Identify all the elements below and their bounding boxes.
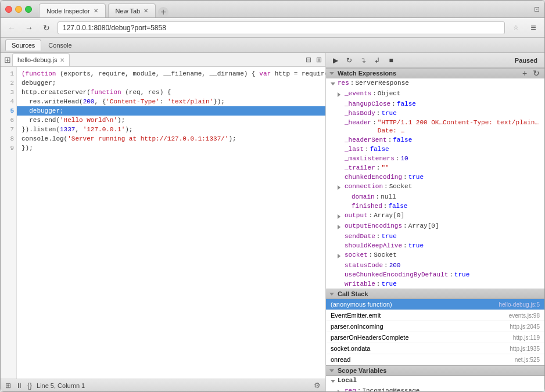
watch-item-maxlisteners: _maxListeners : 10 [326,154,544,163]
browser-frame: Node Inspector ✕ New Tab ✕ + ⊡ ← → ↻ 127… [0,0,545,392]
watch-item-trailer: _trailer : "" [326,163,544,172]
minimize-button[interactable] [15,6,22,13]
watch-item-last: _last : false [326,145,544,154]
close-button[interactable] [5,6,12,13]
scope-req[interactable]: req : IncomingMessage [326,386,544,391]
maximize-button[interactable] [25,6,32,13]
file-tab-label: hello-debug.js [17,56,58,63]
code-line-2: debugger; [17,78,325,88]
right-panel: ▶ ↻ ↴ ↲ ■ Paused Watch Expressions [326,53,544,391]
paused-status: Paused [515,57,541,64]
cs-item-2[interactable]: parser.onIncoming http.js:2045 [326,321,544,332]
line-num-1: 1 [1,69,16,78]
step-out-button[interactable]: ↲ [371,55,383,66]
scope-content: Local req : IncomingMessage res [326,376,544,391]
status-position: Line 5, Column 1 [37,382,85,389]
tab-console[interactable]: Console [42,40,77,51]
watch-actions: + ↻ [520,69,541,78]
code-line-8: console.log('Server running at http://12… [17,134,325,143]
settings-icon[interactable]: ⚙ [314,381,321,390]
code-line-1: (function (exports, require, module, __f… [17,69,325,78]
line-numbers: 1 2 3 4 5 6 7 8 9 [1,67,17,379]
rp-toolbar: ▶ ↻ ↴ ↲ ■ Paused [326,53,544,68]
title-bar: Node Inspector ✕ New Tab ✕ + ⊡ [1,1,544,18]
cs-item-5[interactable]: onread net.js:525 [326,354,544,365]
watch-item-connection[interactable]: connection : Socket [326,182,544,192]
watch-content: res : ServerResponse _events : Object [326,78,544,289]
watch-item-socket[interactable]: socket : Socket [326,250,544,261]
watch-item-writable: writable : true [326,279,544,289]
fp-ctrl-icon2[interactable]: ⊞ [315,55,323,65]
devtools-tabs: Sources Console [1,38,544,53]
bookmark-icon[interactable]: ☆ [510,21,522,34]
call-stack-title: Call Stack [338,290,368,297]
devtools-main: ⊞ hello-debug.js ✕ ⊟ ⊞ 1 2 3 [1,53,544,391]
deactivate-button[interactable]: ■ [385,55,397,66]
cs-item-3[interactable]: parserOnHeadersComplete http.js:119 [326,332,544,343]
watch-item-res[interactable]: res : ServerResponse [326,78,544,89]
line-num-7: 7 [1,125,16,134]
status-bar: ⊞ ⏸ {} Line 5, Column 1 ⚙ [1,379,325,391]
cs-file-1: events.js:98 [509,312,540,319]
code-area[interactable]: 1 2 3 4 5 6 7 8 9 (function (exports, re… [1,67,325,379]
braces-icon[interactable]: {} [27,382,32,390]
code-line-9: }); [17,143,325,153]
breakpoints-icon[interactable]: ⊞ [5,382,11,390]
code-line-6: res.end('Hello World\n'); [17,116,325,125]
watch-item-hasbody: _hasBody : true [326,109,544,118]
watch-item-headersent: _headerSent : false [326,135,544,145]
watch-item-events[interactable]: _events : Object [326,89,544,99]
callstack-content: (anonymous function) hello-debug.js:5 Ev… [326,299,544,365]
res-toggle[interactable] [331,79,338,88]
step-over-button[interactable]: ↻ [343,55,355,66]
scope-variables-header[interactable]: Scope Variables [326,365,544,376]
watch-expressions-header[interactable]: Watch Expressions + ↻ [326,68,544,78]
forward-button[interactable]: → [23,21,35,34]
cs-fn-0: (anonymous function) [331,301,499,308]
tab-sources[interactable]: Sources [5,39,41,51]
browser-tab-inspector[interactable]: Node Inspector ✕ [39,3,106,17]
watch-refresh-button[interactable]: ↻ [532,69,541,78]
cs-file-0: hello-debug.js:5 [499,301,540,308]
browser-tab-newtab[interactable]: New Tab ✕ [108,3,156,17]
code-line-5: debugger; [17,106,325,116]
file-panel-icon[interactable]: ⊞ [3,55,12,64]
right-panel-content[interactable]: Watch Expressions + ↻ res : [326,68,544,391]
watch-add-button[interactable]: + [520,69,529,78]
watch-item-statuscode: statusCode : 200 [326,261,544,270]
cs-item-1[interactable]: EventEmitter.emit events.js:98 [326,310,544,321]
fp-ctrl-icon1[interactable]: ⊟ [304,55,313,65]
url-bar[interactable]: 127.0.0.1:8080/debug?port=5858 [58,21,505,34]
cs-fn-4: socket.ondata [331,345,510,352]
file-tab-close-icon[interactable]: ✕ [60,57,64,63]
call-stack-header[interactable]: Call Stack [326,289,544,299]
watch-item-header: _header : "HTTP/1.1 200 OK…Content-Type:… [326,118,544,135]
events-toggle[interactable] [338,89,345,99]
refresh-button[interactable]: ↻ [40,21,53,34]
watch-item-output[interactable]: output : Array[0] [326,211,544,221]
back-button[interactable]: ← [5,21,18,34]
menu-icon[interactable]: ≡ [527,21,540,34]
line-num-2: 2 [1,78,16,88]
res-key: res [338,79,349,87]
file-panel-controls: ⊟ ⊞ [304,55,325,65]
resume-button[interactable]: ▶ [329,55,341,66]
pause-icon[interactable]: ⏸ [16,382,23,390]
new-tab-button[interactable]: + [158,7,168,17]
tab-close-icon[interactable]: ✕ [144,8,148,14]
cs-item-0[interactable]: (anonymous function) hello-debug.js:5 [326,299,544,310]
watch-item-outputencodings[interactable]: outputEncodings : Array[0] [326,221,544,232]
line-num-8: 8 [1,134,16,143]
code-panel: ⊞ hello-debug.js ✕ ⊟ ⊞ 1 2 3 [1,53,326,391]
code-line-3: http.createServer(function (req, res) { [17,88,325,97]
tab-close-icon[interactable]: ✕ [94,8,98,14]
file-tab-hello-debug[interactable]: hello-debug.js ✕ [12,53,70,66]
step-into-button[interactable]: ↴ [357,55,369,66]
scope-local-header[interactable]: Local [326,376,544,386]
tab-label: Node Inspector [46,8,90,15]
line-num-5: 5 [1,106,16,116]
code-line-7: }).listen(1337, '127.0.0.1'); [17,125,325,134]
watch-item-domain: domain : null [326,192,544,202]
cs-item-4[interactable]: socket.ondata http.js:1935 [326,343,544,354]
window-restore-icon[interactable]: ⊡ [534,5,540,13]
